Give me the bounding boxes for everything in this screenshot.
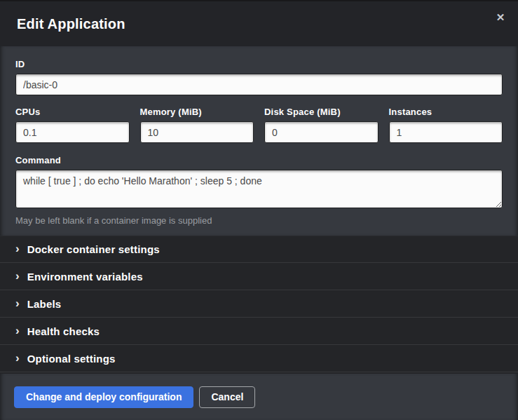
memory-field-group: Memory (MiB) [140, 107, 254, 143]
disk-field-group: Disk Space (MiB) [264, 107, 379, 143]
edit-application-modal: Edit Application ✕ ID CPUs Memory (MiB) … [0, 0, 518, 420]
command-textarea[interactable]: while [ true ] ; do echo 'Hello Marathon… [15, 170, 503, 208]
section-health-checks[interactable]: › Health checks [0, 318, 518, 345]
cpus-label: CPUs [15, 107, 130, 117]
command-field-group: Command while [ true ] ; do echo 'Hello … [15, 155, 503, 226]
disk-input[interactable] [264, 121, 379, 143]
section-docker-container-settings[interactable]: › Docker container settings [0, 236, 518, 263]
memory-label: Memory (MiB) [140, 107, 254, 117]
change-and-deploy-button[interactable]: Change and deploy configuration [14, 386, 193, 408]
modal-footer: Change and deploy configuration Cancel [0, 374, 518, 420]
memory-input[interactable] [140, 121, 254, 143]
section-label: Optional settings [27, 353, 116, 365]
section-label: Health checks [27, 325, 100, 337]
instances-label: Instances [389, 107, 503, 117]
cpus-input[interactable] [15, 121, 130, 143]
section-optional-settings[interactable]: › Optional settings [0, 345, 518, 372]
resources-row: CPUs Memory (MiB) Disk Space (MiB) Insta… [15, 107, 503, 143]
instances-input[interactable] [389, 121, 503, 143]
instances-field-group: Instances [389, 107, 503, 143]
disk-label: Disk Space (MiB) [264, 107, 379, 117]
chevron-right-icon: › [15, 352, 20, 364]
chevron-right-icon: › [15, 325, 20, 337]
command-label: Command [15, 155, 503, 165]
section-label: Docker container settings [27, 243, 160, 255]
section-label: Labels [27, 298, 62, 310]
id-label: ID [15, 59, 503, 69]
command-help-text: May be left blank if a container image i… [15, 215, 503, 226]
modal-header: Edit Application ✕ [0, 1, 518, 46]
modal-title: Edit Application [17, 16, 125, 32]
chevron-right-icon: › [15, 270, 20, 282]
chevron-right-icon: › [15, 243, 20, 255]
section-environment-variables[interactable]: › Environment variables [0, 263, 518, 290]
id-field-group: ID [15, 59, 503, 95]
section-labels[interactable]: › Labels [0, 290, 518, 318]
id-input[interactable] [15, 74, 503, 95]
close-icon[interactable]: ✕ [493, 10, 508, 25]
cancel-button[interactable]: Cancel [199, 386, 255, 408]
section-label: Environment variables [27, 271, 143, 283]
chevron-right-icon: › [15, 297, 20, 309]
cpus-field-group: CPUs [15, 107, 130, 143]
application-form: ID CPUs Memory (MiB) Disk Space (MiB) In… [0, 46, 518, 236]
settings-accordion: › Docker container settings › Environmen… [0, 236, 518, 374]
